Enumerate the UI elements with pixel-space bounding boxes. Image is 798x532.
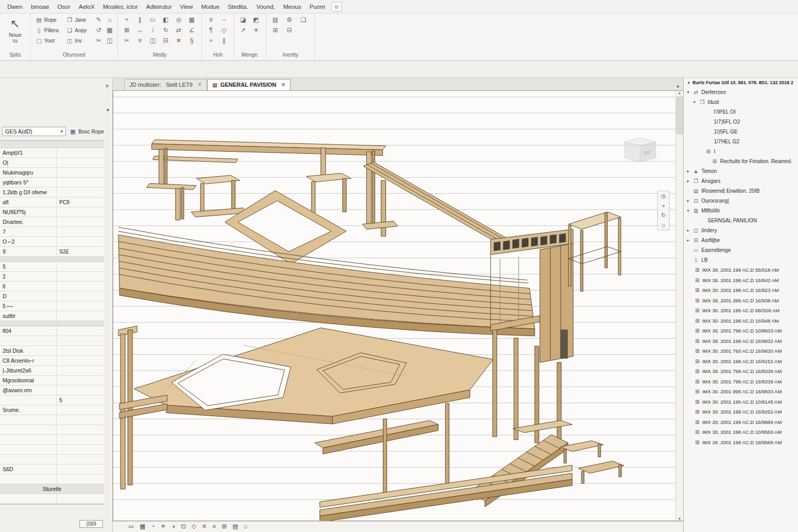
schedule-entry[interactable]: ⊞IMX 30. 2001 190 AC.D 10/8145 AM: [684, 397, 798, 407]
property-value[interactable]: [57, 326, 104, 336]
offset-icon[interactable]: ∥: [135, 15, 145, 24]
property-value[interactable]: [57, 217, 104, 227]
property-row[interactable]: [0, 445, 104, 455]
property-row[interactable]: yqtibars 5*: [0, 178, 104, 188]
expand-icon[interactable]: ▾: [686, 90, 690, 95]
scroll-up-icon[interactable]: ▲: [678, 91, 682, 95]
section-box-icon[interactable]: ◪: [238, 15, 248, 24]
schedule-entry[interactable]: ⊞IMX 30. 2001 798 AC.D 16/9338 AM: [684, 377, 798, 387]
pin-icon[interactable]: §: [187, 36, 197, 45]
menu-tab[interactable]: View: [176, 2, 197, 12]
property-row[interactable]: |-Jitturet2a6: [0, 366, 104, 376]
sun-path-icon[interactable]: ☀: [161, 524, 166, 530]
sheet-icon[interactable]: ❏: [298, 15, 309, 24]
property-value[interactable]: [57, 464, 104, 474]
property-row[interactable]: 2tsl Disk: [0, 346, 104, 356]
tree-item[interactable]: ▸⊡Ourorsrang|: [684, 196, 798, 206]
property-row[interactable]: [0, 415, 104, 425]
property-value[interactable]: [57, 148, 104, 157]
worksharing-icon[interactable]: ⊞: [222, 524, 227, 530]
property-row[interactable]: [0, 435, 104, 445]
dimension-icon[interactable]: −: [219, 15, 229, 24]
property-value[interactable]: [57, 272, 104, 281]
type-selector-dropdown[interactable]: GES A(dD) ▾: [2, 127, 66, 136]
property-row[interactable]: [0, 494, 104, 504]
tree-item[interactable]: ▸❒Ansgars: [684, 176, 798, 186]
pencil-icon[interactable]: ✎: [94, 15, 104, 24]
property-row[interactable]: [0, 455, 104, 464]
property-value[interactable]: [57, 188, 104, 197]
tree-item[interactable]: ▤IRoseend| Enwition. 20IB: [684, 186, 798, 196]
crop-icon[interactable]: ⊡: [181, 524, 186, 530]
raytrace-icon[interactable]: ↗: [238, 25, 248, 35]
tag-icon[interactable]: ◇: [219, 25, 229, 35]
property-value[interactable]: PCfi: [57, 197, 104, 207]
angle-icon[interactable]: ∠: [187, 25, 197, 35]
schedule-entry[interactable]: ⊞IMX 38. 2001.395 AC.D 16/938 AM: [684, 296, 798, 306]
tree-item[interactable]: ▾❐Idust: [684, 97, 798, 107]
schedule-entry[interactable]: ⊞IMX 36. 2001 198 AC.D 16/942 AM: [684, 275, 798, 286]
undo-icon[interactable]: ↺: [94, 25, 104, 35]
property-row[interactable]: S6D: [0, 464, 104, 474]
unjoin-icon[interactable]: ⊟: [161, 36, 171, 45]
schedule-entry[interactable]: ⊞IMX 30. 2001 198 AC.D 16/948 AM: [684, 316, 798, 326]
view-tab[interactable]: JD multister: Stelt LET9×: [124, 79, 207, 90]
schedule-entry[interactable]: ⊞IMX 30. 2001 198 AC.D 16/9152 AM: [684, 356, 798, 367]
property-value[interactable]: [57, 301, 104, 311]
view-lock-icon[interactable]: ▤: [232, 524, 238, 530]
menu-tab[interactable]: bmoae: [26, 2, 53, 12]
legend-icon[interactable]: ⊟: [284, 25, 295, 35]
property-row[interactable]: Dnartee.: [0, 217, 104, 227]
collapse-panel-icon[interactable]: ▾: [107, 107, 109, 113]
property-row[interactable]: O|: [0, 158, 104, 168]
schedule-entry[interactable]: ⊞IMX 30. 2001 198 AC.D 16/923 AM: [684, 285, 798, 296]
isolate-icon[interactable]: ≡: [212, 524, 216, 530]
expand-icon[interactable]: ▸: [686, 198, 690, 203]
property-row[interactable]: 2: [0, 272, 104, 282]
menu-tab[interactable]: Vound,: [252, 2, 279, 12]
shade-icon[interactable]: ◩: [251, 15, 261, 24]
menu-tab[interactable]: Dwen: [3, 2, 26, 12]
paste-button[interactable]: ❐Jane: [65, 15, 92, 24]
scissors-icon[interactable]: ✂: [94, 36, 104, 45]
wall-button[interactable]: ▤Rope: [34, 15, 63, 24]
property-value[interactable]: [57, 455, 104, 464]
text-icon[interactable]: ¶: [206, 25, 216, 35]
tree-item[interactable]: 1/7HEL G2: [684, 137, 798, 147]
scale-icon[interactable]: ▭: [128, 524, 134, 530]
menu-tab[interactable]: Meous: [279, 2, 305, 12]
home-view-icon[interactable]: ⌂: [662, 222, 666, 228]
crop-visibility-icon[interactable]: ◇: [192, 524, 196, 530]
rotate-icon[interactable]: ◎: [174, 15, 184, 24]
property-row[interactable]: 5: [0, 395, 104, 405]
property-row[interactable]: C8 Arsenlo⌐r: [0, 356, 104, 366]
tab-scroll-icon[interactable]: ▴: [674, 81, 681, 90]
tree-item[interactable]: ▸⊟Asrfiljbe: [684, 235, 798, 245]
column-button[interactable]: ▯Pillera: [34, 25, 63, 35]
schedule-entry[interactable]: ⊞IMX 28. 2001 199 AC.D 18/9568 AM: [684, 437, 798, 448]
menu-tab[interactable]: Puom: [305, 2, 329, 12]
schedule-entry[interactable]: ⊞IMX 38. 2001 198 AC.D 16/9832 AM: [684, 336, 798, 347]
swap-icon[interactable]: ⇄: [174, 25, 184, 35]
close-tab-icon[interactable]: ×: [198, 81, 202, 88]
analytic-icon[interactable]: ⌂: [244, 524, 247, 530]
property-value[interactable]: [57, 405, 104, 415]
property-value[interactable]: [57, 227, 104, 236]
search-icon[interactable]: ◎: [331, 2, 342, 11]
property-value[interactable]: [57, 366, 104, 375]
tree-item[interactable]: ▭Easrretlenge: [684, 245, 798, 255]
property-row[interactable]: O ⌐2: [0, 237, 104, 247]
schedule-entry[interactable]: ⊞IMX 30. 2001 199 AC.D 16/9252 AM: [684, 407, 798, 417]
sun-icon[interactable]: ☀: [251, 25, 261, 35]
scrollbar-thumb[interactable]: [676, 97, 683, 134]
array-icon[interactable]: ▦: [187, 15, 197, 24]
property-value[interactable]: [57, 336, 104, 345]
close-panel-icon[interactable]: ×: [105, 82, 109, 90]
property-row[interactable]: Ampt|#1: [0, 148, 104, 158]
tree-item[interactable]: 1/7)5FL O2: [684, 117, 798, 127]
expand-icon[interactable]: ▾: [692, 100, 697, 104]
move-icon[interactable]: ↔: [135, 25, 145, 35]
property-row[interactable]: [0, 474, 104, 484]
property-value[interactable]: [57, 311, 104, 321]
schedule-entry[interactable]: ⊞IMX 38. 2001 798 AC.D 16/9338 AM: [684, 366, 798, 377]
